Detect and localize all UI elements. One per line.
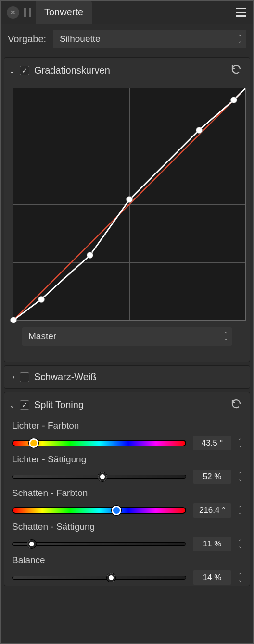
panel-curves: ⌄ Gradationskurven Master ⌃⌄ [4,57,250,362]
pause-icon[interactable] [24,8,31,17]
slider-balance: Balance14 %⌃⌄ [4,552,250,586]
panel-title: Gradationskurven [34,65,110,76]
stepper-icon[interactable]: ⌃⌄ [238,439,242,447]
slider-hi_hue: Lichter - Farbton43.5 °⌃⌄ [4,418,250,451]
curve-point[interactable] [38,296,45,303]
checkbox-split[interactable] [20,400,29,410]
preset-value: Silhouette [60,34,101,44]
chevron-down-icon: ⌄ [9,67,15,74]
stepper-icon[interactable]: ⌃⌄ [238,472,242,481]
tab-tonwerte[interactable]: Tonwerte [36,1,92,24]
slider-value[interactable]: 216.4 ° [193,503,231,518]
svg-line-0 [13,88,245,320]
slider-track[interactable] [12,507,186,514]
curve-point[interactable] [230,97,237,103]
slider-hi_sat: Lichter - Sättigung52 %⌃⌄ [4,451,250,485]
checkbox-bw[interactable] [20,372,29,382]
panel-title: Split Toning [34,399,84,410]
slider-value[interactable]: 43.5 ° [193,436,231,450]
panel-split-toning: ⌄ Split Toning Lichter - Farbton43.5 °⌃⌄… [4,392,250,586]
slider-track[interactable] [12,475,186,479]
panel-header-split[interactable]: ⌄ Split Toning [4,392,250,418]
slider-value[interactable]: 52 % [193,470,231,484]
stepper-icon[interactable]: ⌃⌄ [238,506,242,515]
stepper-icon[interactable]: ⌃⌄ [238,540,242,548]
curve-point[interactable] [10,317,17,323]
slider-track[interactable] [12,576,186,580]
reset-icon[interactable] [230,398,242,412]
slider-label: Lichter - Farbton [12,421,242,431]
menu-button[interactable] [236,8,246,17]
chevron-right-icon: ⌄ [8,374,16,380]
slider-track[interactable] [12,440,186,446]
preset-select[interactable]: Silhouette ⌃⌄ [53,30,246,48]
curve-point[interactable] [196,127,203,134]
preset-row: Vorgabe: Silhouette ⌃⌄ [1,24,253,54]
curve-editor[interactable] [13,88,246,321]
stepper-icon: ⌃⌄ [238,35,241,43]
reset-icon[interactable] [230,63,242,77]
panel-bw: ⌄ Schwarz-Weiß [4,365,250,389]
slider-thumb[interactable] [27,540,36,548]
panel-header-bw[interactable]: ⌄ Schwarz-Weiß [4,366,250,388]
slider-value[interactable]: 14 % [193,570,231,585]
slider-value[interactable]: 11 % [193,537,231,551]
channel-value: Master [28,331,56,342]
slider-thumb[interactable] [98,472,107,481]
slider-track[interactable] [12,542,186,546]
slider-sh_sat: Schatten - Sättigung11 %⌃⌄ [4,519,250,552]
slider-thumb[interactable] [112,506,121,515]
channel-select[interactable]: Master ⌃⌄ [22,327,232,346]
slider-label: Schatten - Sättigung [12,521,242,532]
slider-thumb[interactable] [107,573,115,582]
title-bar: ✕ Tonwerte [1,1,253,24]
slider-label: Schatten - Farbton [12,488,242,498]
slider-sh_hue: Schatten - Farbton216.4 °⌃⌄ [4,485,250,519]
curve-point[interactable] [126,196,133,203]
stepper-icon[interactable]: ⌃⌄ [238,573,242,582]
stepper-icon: ⌃⌄ [224,332,228,341]
slider-label: Lichter - Sättigung [12,454,242,465]
close-button[interactable]: ✕ [7,6,19,19]
slider-label: Balance [12,555,242,566]
panel-title: Schwarz-Weiß [34,372,97,383]
curve-point[interactable] [87,252,93,259]
preset-label: Vorgabe: [8,34,46,45]
panel-header-curves[interactable]: ⌄ Gradationskurven [4,58,250,83]
chevron-down-icon: ⌄ [9,401,15,409]
checkbox-curves[interactable] [20,66,29,75]
slider-thumb[interactable] [29,438,38,448]
